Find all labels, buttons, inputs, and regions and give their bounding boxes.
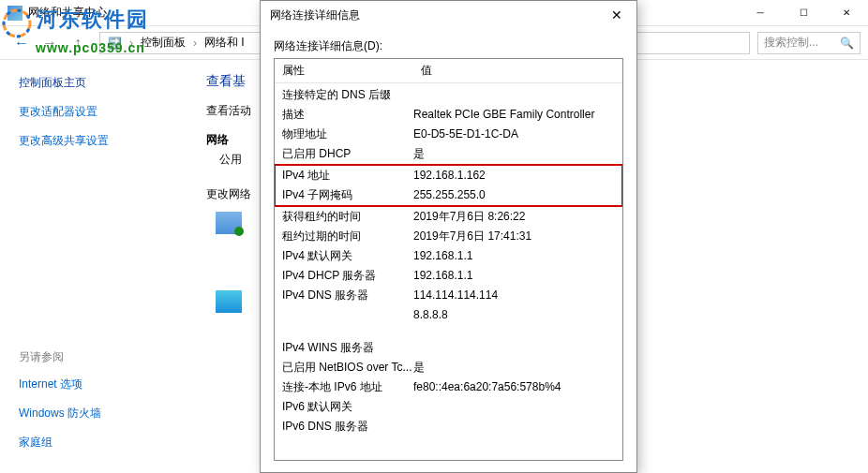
property-name bbox=[282, 307, 413, 323]
table-header: 属性 值 bbox=[275, 59, 622, 83]
property-name: 租约过期的时间 bbox=[282, 229, 413, 244]
property-name: 已启用 DHCP bbox=[282, 146, 413, 162]
table-row[interactable]: IPv4 WINS 服务器 bbox=[275, 338, 622, 358]
header-value[interactable]: 值 bbox=[413, 59, 622, 82]
sidebar: 控制面板主页 更改适配器设置 更改高级共享设置 另请参阅 Internet 选项… bbox=[0, 60, 187, 473]
up-button[interactable]: ↑ bbox=[64, 30, 92, 56]
property-name: 连接-本地 IPv6 地址 bbox=[282, 379, 413, 395]
dialog-title: 网络连接详细信息 bbox=[270, 7, 360, 23]
table-row[interactable]: IPv6 默认网关 bbox=[275, 397, 622, 417]
sidebar-link-adapter[interactable]: 更改适配器设置 bbox=[19, 104, 169, 120]
property-name: 已启用 NetBIOS over Tc... bbox=[282, 360, 413, 376]
table-row[interactable]: IPv4 DHCP 服务器192.168.1.1 bbox=[275, 266, 622, 286]
table-row[interactable]: IPv6 DNS 服务器 bbox=[275, 417, 622, 436]
property-value: 是 bbox=[413, 146, 615, 162]
breadcrumb-item[interactable]: 网络和 I bbox=[201, 35, 248, 51]
window-icon bbox=[7, 6, 22, 21]
table-row[interactable]: 获得租约的时间2019年7月6日 8:26:22 bbox=[275, 207, 622, 227]
sidebar-link-homegroup[interactable]: 家庭组 bbox=[19, 435, 169, 451]
table-row[interactable]: IPv4 DNS 服务器114.114.114.114 bbox=[275, 286, 622, 305]
dialog-close-button[interactable]: ✕ bbox=[597, 1, 636, 29]
property-name: IPv6 DNS 服务器 bbox=[282, 419, 413, 435]
window-title: 网络和共享中心 bbox=[28, 5, 107, 21]
property-value: 192.168.1.1 bbox=[413, 248, 615, 264]
table-row[interactable]: 已启用 NetBIOS over Tc...是 bbox=[275, 358, 622, 377]
see-also-title: 另请参阅 bbox=[19, 349, 169, 365]
minimize-button[interactable]: ─ bbox=[739, 0, 782, 26]
property-value bbox=[413, 87, 615, 103]
table-row[interactable]: 已启用 DHCP是 bbox=[275, 144, 622, 164]
property-name: IPv4 地址 bbox=[282, 168, 413, 184]
sidebar-link-firewall[interactable]: Windows 防火墙 bbox=[19, 406, 169, 421]
property-name: IPv6 默认网关 bbox=[282, 399, 413, 415]
table-row[interactable]: 物理地址E0-D5-5E-D1-1C-DA bbox=[275, 125, 622, 144]
property-value: 2019年7月6日 17:41:31 bbox=[413, 229, 615, 244]
table-row[interactable]: 连接特定的 DNS 后缀 bbox=[275, 85, 622, 105]
property-value: Realtek PCIe GBE Family Controller bbox=[413, 107, 615, 123]
breadcrumb-item[interactable]: 控制面板 bbox=[137, 35, 189, 51]
search-icon: 🔍 bbox=[840, 37, 854, 50]
property-name: 获得租约的时间 bbox=[282, 209, 413, 225]
property-name: 描述 bbox=[282, 107, 413, 123]
highlighted-rows: IPv4 地址192.168.1.162IPv4 子网掩码255.255.255… bbox=[274, 164, 623, 207]
header-property[interactable]: 属性 bbox=[275, 59, 413, 82]
network-details-dialog: 网络连接详细信息 ✕ 网络连接详细信息(D): 属性 值 连接特定的 DNS 后… bbox=[260, 0, 637, 473]
sidebar-link-internet[interactable]: Internet 选项 bbox=[19, 377, 169, 392]
property-value: E0-D5-5E-D1-1C-DA bbox=[413, 126, 615, 142]
forward-button[interactable]: → bbox=[36, 30, 64, 56]
property-name: 连接特定的 DNS 后缀 bbox=[282, 87, 413, 103]
maximize-button[interactable]: ☐ bbox=[782, 0, 825, 26]
search-input[interactable]: 搜索控制... 🔍 bbox=[757, 32, 861, 54]
property-value bbox=[413, 419, 615, 435]
property-name: 物理地址 bbox=[282, 126, 413, 142]
table-row[interactable]: IPv4 子网掩码255.255.255.0 bbox=[276, 185, 621, 205]
close-button[interactable]: ✕ bbox=[825, 0, 868, 26]
table-row[interactable]: IPv4 地址192.168.1.162 bbox=[276, 166, 621, 185]
sidebar-link-sharing[interactable]: 更改高级共享设置 bbox=[19, 133, 169, 149]
details-label: 网络连接详细信息(D): bbox=[274, 38, 623, 54]
property-value: 192.168.1.1 bbox=[413, 268, 615, 284]
adapter-icon bbox=[216, 290, 242, 313]
table-row[interactable]: 连接-本地 IPv6 地址fe80::4ea:6a20:7a56:578b%4 bbox=[275, 377, 622, 397]
table-row[interactable]: 描述Realtek PCIe GBE Family Controller bbox=[275, 105, 622, 125]
property-value bbox=[413, 340, 615, 356]
table-body: 连接特定的 DNS 后缀描述Realtek PCIe GBE Family Co… bbox=[275, 83, 622, 438]
property-name: IPv4 DNS 服务器 bbox=[282, 288, 413, 303]
properties-table: 属性 值 连接特定的 DNS 后缀描述Realtek PCIe GBE Fami… bbox=[274, 58, 623, 461]
table-row[interactable]: 租约过期的时间2019年7月6日 17:41:31 bbox=[275, 227, 622, 246]
property-value: fe80::4ea:6a20:7a56:578b%4 bbox=[413, 379, 615, 395]
property-name: IPv4 WINS 服务器 bbox=[282, 340, 413, 356]
property-value: 114.114.114.114 bbox=[413, 288, 615, 303]
dialog-titlebar: 网络连接详细信息 ✕ bbox=[261, 1, 636, 29]
table-row[interactable]: IPv4 默认网关192.168.1.1 bbox=[275, 246, 622, 266]
window-controls: ─ ☐ ✕ bbox=[739, 0, 868, 26]
property-value: 8.8.8.8 bbox=[413, 307, 615, 323]
property-value bbox=[413, 399, 615, 415]
back-button[interactable]: ← bbox=[7, 30, 36, 56]
property-name: IPv4 DHCP 服务器 bbox=[282, 268, 413, 284]
dialog-body: 网络连接详细信息(D): 属性 值 连接特定的 DNS 后缀描述Realtek … bbox=[261, 29, 636, 470]
property-value: 2019年7月6日 8:26:22 bbox=[413, 209, 615, 225]
property-value: 192.168.1.162 bbox=[413, 168, 615, 184]
property-name: IPv4 子网掩码 bbox=[282, 187, 413, 203]
property-value: 是 bbox=[413, 360, 615, 376]
property-value: 255.255.255.0 bbox=[413, 187, 615, 203]
adapter-icon bbox=[216, 212, 242, 234]
property-name: IPv4 默认网关 bbox=[282, 248, 413, 264]
sidebar-title[interactable]: 控制面板主页 bbox=[19, 75, 169, 91]
table-row[interactable]: 8.8.8.8 bbox=[275, 305, 622, 325]
